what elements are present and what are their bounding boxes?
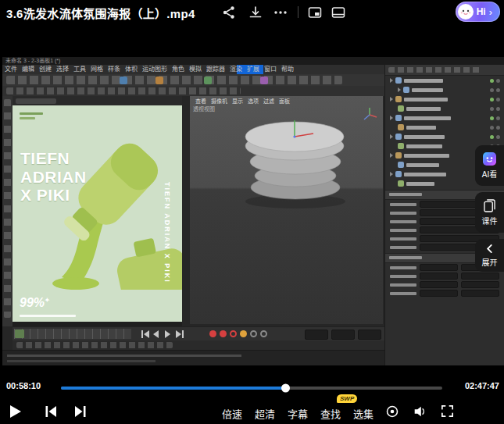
- c4d-material-strip: [13, 340, 384, 350]
- next-episode-button[interactable]: [73, 404, 88, 419]
- c4d-menu-item: 样条: [105, 65, 123, 74]
- c4d-menu-item: 角色: [170, 65, 187, 74]
- transport-controls-icon: [141, 330, 204, 339]
- axis-gizmo-icon: [360, 105, 379, 124]
- cast-icon[interactable]: [385, 404, 399, 419]
- episodes-button[interactable]: 选集: [353, 406, 374, 421]
- c4d-viewport: 查看摄像机显示选项过滤面板 透视视图: [190, 96, 383, 324]
- c4d-menu-item: 模拟: [187, 65, 204, 74]
- c4d-status-bar: [2, 350, 384, 365]
- prev-episode-button[interactable]: [43, 404, 59, 419]
- keyframe-record-buttons: [209, 330, 267, 337]
- c4d-menu-item: 工具: [71, 65, 88, 74]
- document-icon: [484, 199, 495, 212]
- header-divider: [298, 6, 298, 18]
- video-frame[interactable]: 未命名 3 - 2-3画板1 (*) 文件编辑创建选择工具网格样条体积运动图形角…: [2, 57, 504, 365]
- c4d-toolbar-secondary: [2, 86, 384, 96]
- current-time: 00:58:10: [6, 381, 41, 390]
- viewport-label: 透视视图: [193, 105, 215, 112]
- progress-knob[interactable]: [281, 384, 290, 393]
- c4d-menu-item: 运动图形: [140, 65, 170, 74]
- toolbar-accent-icon: [260, 77, 268, 84]
- assistant-badge[interactable]: Hi ›: [456, 2, 500, 22]
- object-row: [385, 85, 504, 94]
- viewport-menu: 查看摄像机显示选项过滤面板: [193, 97, 292, 105]
- web-fullscreen-icon[interactable]: [331, 5, 346, 20]
- progress-fill: [61, 387, 286, 390]
- c4d-menu-item: 跟踪器: [204, 65, 227, 74]
- toolbar-accent-icon: [120, 77, 127, 84]
- c4d-menu-item: 网格: [88, 65, 105, 74]
- search-tag-badge: SWP: [337, 394, 357, 403]
- subtitles-button[interactable]: 字幕: [288, 406, 308, 421]
- object-row: [385, 123, 504, 132]
- poster-panel-tabs: [13, 96, 182, 105]
- animation-value-fields: [305, 330, 381, 340]
- c4d-menu-item: 渲染: [227, 65, 245, 74]
- chevron-right-icon: ›: [489, 7, 492, 17]
- poster-title: TIEFNADRIANX PIKI: [20, 149, 87, 205]
- fullscreen-icon[interactable]: [440, 404, 455, 419]
- c4d-menu-item: 文件: [2, 65, 20, 74]
- c4d-menu-item: 选择: [54, 65, 71, 74]
- toolbar-accent-icon: [204, 77, 212, 84]
- c4d-menu-item: 创建: [37, 65, 54, 74]
- play-button[interactable]: [8, 404, 23, 419]
- speed-button[interactable]: 倍速: [222, 406, 242, 421]
- quality-button[interactable]: 超清: [255, 406, 275, 421]
- assistant-label: Hi: [477, 6, 486, 17]
- object-row: [385, 113, 504, 123]
- c4d-menu-item: 帮助: [279, 65, 296, 74]
- video-player-app: 3.6洗发水流体氛围海报（上）.mp4 Hi › 未命名 3 - 2-3画板1 …: [0, 0, 504, 424]
- duration-time: 02:47:47: [465, 381, 499, 390]
- c4d-menu-item: 体积: [123, 65, 140, 74]
- expand-button[interactable]: 展开: [475, 239, 504, 272]
- stacked-discs-model: [229, 107, 362, 212]
- volume-icon[interactable]: [413, 404, 427, 419]
- object-row: [385, 76, 504, 85]
- ai-colorful-icon: [483, 152, 496, 166]
- object-row: [385, 104, 504, 113]
- object-row: [385, 132, 504, 141]
- c4d-menu-item: 扩展: [245, 65, 262, 74]
- toolbar-accent-icon: [155, 77, 163, 84]
- c4d-window-title: 未命名 3 - 2-3画板1 (*): [2, 57, 504, 65]
- c4d-left-toolbar: [2, 96, 13, 326]
- courseware-button[interactable]: 课件: [475, 192, 504, 233]
- download-icon[interactable]: [248, 5, 263, 20]
- share-icon[interactable]: [221, 5, 237, 20]
- c4d-menu-item: 编辑: [20, 65, 37, 74]
- chevron-left-icon: [485, 244, 494, 254]
- more-options-icon[interactable]: [273, 5, 288, 20]
- timeline-playhead: [15, 330, 24, 338]
- c4d-animation-toolbar: [13, 326, 384, 340]
- ai-watch-button[interactable]: AI看: [475, 145, 504, 186]
- mini-window-icon[interactable]: [307, 5, 323, 20]
- poster-badge: 99%✦: [20, 296, 50, 310]
- timeline-ruler: [14, 329, 131, 339]
- progress-bar[interactable]: [61, 387, 442, 390]
- poster-credit-line: [20, 315, 76, 317]
- search-button[interactable]: 查找: [320, 406, 341, 421]
- object-row: [385, 94, 504, 104]
- c4d-toolbar-top: [2, 74, 384, 87]
- poster-vertical-text: TIEFN ADRIAN X PIKI: [163, 182, 171, 283]
- c4d-menu-item: 窗口: [262, 65, 279, 74]
- poster-preview: TIEFNADRIANX PIKI TIEFN ADRIAN X PIKI 99…: [13, 105, 182, 322]
- video-title: 3.6洗发水流体氛围海报（上）.mp4: [6, 5, 195, 21]
- assistant-avatar-icon: [458, 4, 474, 20]
- object-manager-tabs: [385, 65, 504, 76]
